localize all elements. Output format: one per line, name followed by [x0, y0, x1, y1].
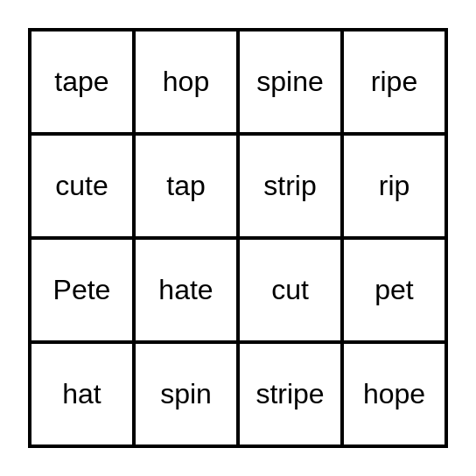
grid-cell-r3c1: spin [134, 342, 238, 446]
cell-text-r2c0: Pete [53, 274, 111, 306]
grid-cell-r3c0: hat [30, 342, 134, 446]
grid-cell-r3c3: hope [342, 342, 446, 446]
grid-cell-r2c3: pet [342, 238, 446, 342]
grid-cell-r3c2: stripe [238, 342, 342, 446]
cell-text-r1c3: rip [379, 170, 410, 202]
grid-cell-r0c1: hop [134, 30, 238, 134]
cell-text-r3c0: hat [62, 378, 101, 410]
grid-cell-r0c3: ripe [342, 30, 446, 134]
cell-text-r1c2: strip [263, 170, 316, 202]
cell-text-r0c3: ripe [371, 66, 417, 98]
grid-cell-r1c3: rip [342, 134, 446, 238]
grid-cell-r0c2: spine [238, 30, 342, 134]
cell-text-r2c3: pet [374, 274, 413, 306]
cell-text-r1c1: tap [166, 170, 205, 202]
grid-cell-r1c1: tap [134, 134, 238, 238]
cell-text-r1c0: cute [55, 170, 108, 202]
grid-cell-r1c0: cute [30, 134, 134, 238]
grid-cell-r2c1: hate [134, 238, 238, 342]
cell-text-r3c2: stripe [256, 378, 324, 410]
cell-text-r3c1: spin [160, 378, 212, 410]
cell-text-r0c0: tape [54, 66, 108, 98]
cell-text-r2c1: hate [158, 274, 213, 306]
grid-cell-r2c2: cut [238, 238, 342, 342]
cell-text-r2c2: cut [271, 274, 309, 306]
cell-text-r0c1: hop [163, 66, 209, 98]
cell-text-r0c2: spine [256, 66, 324, 98]
word-grid: tapehopspineripecutetapstripripPetehatec… [28, 28, 448, 448]
cell-text-r3c3: hope [363, 378, 425, 410]
grid-cell-r2c0: Pete [30, 238, 134, 342]
grid-cell-r1c2: strip [238, 134, 342, 238]
grid-cell-r0c0: tape [30, 30, 134, 134]
